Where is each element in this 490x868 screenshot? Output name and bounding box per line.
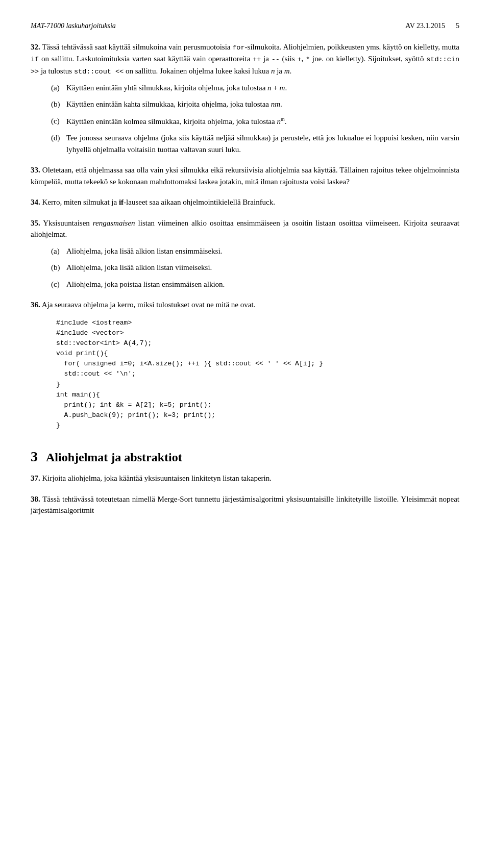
problem-37-number: 37. [31, 474, 40, 482]
problem-32c: (c) Käyttäen enintään kolmea silmukkaa, … [31, 115, 459, 128]
problem-32d: (d) Tee jonossa seuraava ohjelma (joka s… [31, 132, 459, 155]
sub-label-32d: (d) [51, 132, 66, 155]
problem-38-number: 38. [31, 495, 40, 503]
problem-33-number: 33. [31, 166, 40, 174]
section-3-number: 3 [31, 446, 38, 467]
sub-content-35c: Aliohjelma, joka poistaa listan ensimmäi… [66, 279, 459, 290]
problem-36-number: 36. [31, 301, 40, 309]
code-block-36: #include <iostream> #include <vector> st… [56, 318, 459, 431]
problem-33: 33. Oletetaan, että ohjelmassa saa olla … [31, 164, 459, 187]
page-header: MAT-71000 laskuharjoituksia AV 23.1.2015… [31, 20, 459, 31]
section-3-title: Aliohjelmat ja abstraktiot [46, 448, 182, 466]
problem-35a: (a) Aliohjelma, joka lisää alkion listan… [31, 245, 459, 257]
sub-content-32a: Käyttäen enintään yhtä silmukkaa, kirjoi… [66, 82, 459, 94]
header-left: MAT-71000 laskuharjoituksia [31, 20, 116, 31]
problem-37: 37. Kirjoita aliohjelma, joka kääntää yk… [31, 473, 459, 484]
sub-content-32b: Käyttäen enintään kahta silmukkaa, kirjo… [66, 98, 459, 110]
sub-content-35b: Aliohjelma, joka lisää alkion listan vii… [66, 262, 459, 274]
sub-content-32d: Tee jonossa seuraava ohjelma (joka siis … [66, 132, 459, 155]
sub-label-32a: (a) [51, 82, 66, 94]
section-3-header: 3 Aliohjelmat ja abstraktiot [31, 446, 459, 467]
sub-label-32c: (c) [51, 115, 66, 128]
sub-label-35c: (c) [51, 279, 66, 290]
problem-34: 34. Kerro, miten silmukat ja if-lauseet … [31, 196, 459, 208]
problem-32-number: 32. [31, 43, 40, 51]
problem-36: 36. Aja seuraava ohjelma ja kerro, miksi… [31, 299, 459, 431]
problem-34-number: 34. [31, 198, 40, 206]
problem-32: 32. Tässä tehtävässä saat käyttää silmuk… [31, 41, 459, 155]
problem-38: 38. Tässä tehtävässä toteutetaan nimellä… [31, 493, 459, 516]
header-right: AV 23.1.2015 5 [405, 20, 459, 31]
problem-35: 35. Yksisuuntaisen rengasmaisen listan v… [31, 217, 459, 290]
sub-label-35a: (a) [51, 245, 66, 257]
problem-32a: (a) Käyttäen enintään yhtä silmukkaa, ki… [31, 82, 459, 94]
sub-content-32c: Käyttäen enintään kolmea silmukkaa, kirj… [66, 115, 459, 128]
sub-label-32b: (b) [51, 98, 66, 110]
problem-35-number: 35. [31, 219, 40, 227]
problem-32b: (b) Käyttäen enintään kahta silmukkaa, k… [31, 98, 459, 110]
sub-label-35b: (b) [51, 262, 66, 274]
problem-35c: (c) Aliohjelma, joka poistaa listan ensi… [31, 279, 459, 290]
problem-35b: (b) Aliohjelma, joka lisää alkion listan… [31, 262, 459, 274]
sub-content-35a: Aliohjelma, joka lisää alkion listan ens… [66, 245, 459, 257]
